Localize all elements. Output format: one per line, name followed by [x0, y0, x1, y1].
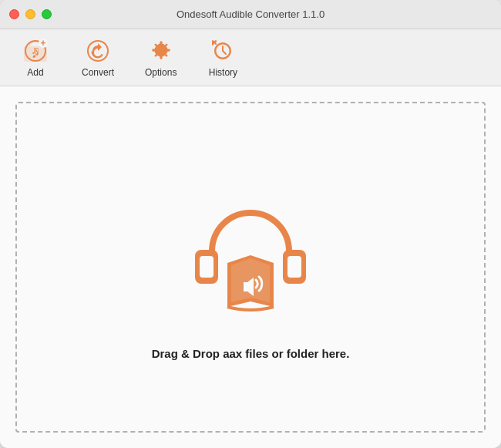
window-title: Ondesoft Audible Converter 1.1.0 [177, 8, 324, 20]
history-icon [209, 37, 237, 65]
maximize-button[interactable] [42, 9, 52, 19]
svg-rect-9 [287, 256, 301, 278]
svg-rect-7 [200, 256, 214, 278]
convert-label: Convert [82, 67, 114, 78]
options-label: Options [145, 67, 177, 78]
toolbar: ♪ ♫ + Add Convert [0, 29, 501, 86]
drop-zone-icon [173, 174, 328, 328]
app-window: Ondesoft Audible Converter 1.1.0 ♪ ♫ + A… [0, 0, 501, 448]
svg-text:♫: ♫ [31, 44, 40, 57]
title-bar: Ondesoft Audible Converter 1.1.0 [0, 0, 501, 29]
drop-zone-text: Drag & Drop aax files or folder here. [152, 347, 350, 360]
drop-zone[interactable]: Drag & Drop aax files or folder here. [15, 102, 486, 433]
close-button[interactable] [9, 9, 19, 19]
toolbar-item-history[interactable]: History [200, 34, 246, 81]
add-label: Add [27, 67, 43, 78]
main-content: Drag & Drop aax files or folder here. [0, 86, 501, 448]
toolbar-item-add[interactable]: ♪ ♫ + Add [12, 34, 59, 81]
window-controls [9, 9, 52, 19]
add-icon: ♪ ♫ + [22, 37, 49, 65]
svg-text:+: + [40, 38, 45, 49]
options-icon [147, 37, 175, 65]
toolbar-item-convert[interactable]: Convert [74, 34, 122, 81]
toolbar-item-options[interactable]: Options [137, 34, 184, 81]
minimize-button[interactable] [25, 9, 35, 19]
history-label: History [209, 67, 237, 78]
convert-icon [84, 37, 112, 65]
